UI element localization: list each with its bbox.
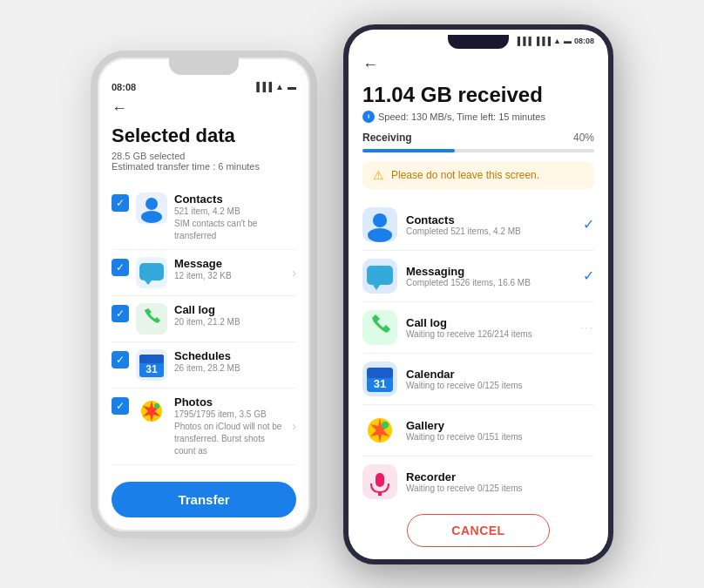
svg-rect-2 xyxy=(139,263,164,280)
contacts-info: Contacts 521 item, 4.2 MBSIM contacts ca… xyxy=(174,193,296,242)
android-gallery-name: Gallery xyxy=(406,419,594,432)
list-item: Contacts 521 item, 4.2 MBSIM contacts ca… xyxy=(112,186,296,250)
android-back-button[interactable]: ← xyxy=(362,56,594,74)
progress-bar-fill xyxy=(362,149,455,152)
list-item: Recorder Waiting to receive 0/125 items xyxy=(362,456,594,505)
photos-checkbox[interactable] xyxy=(112,397,129,415)
schedules-info: Schedules 26 item, 28.2 MB xyxy=(174,349,296,375)
svg-text:31: 31 xyxy=(146,363,158,375)
page-title: Selected data xyxy=(112,125,296,147)
android-page-title: 11.04 GB received xyxy=(362,83,594,107)
calllog-icon xyxy=(136,303,167,335)
svg-point-8 xyxy=(154,403,159,409)
data-list: Contacts 521 item, 4.2 MBSIM contacts ca… xyxy=(112,186,296,471)
list-item: Messaging Completed 1526 items, 16.6 MB … xyxy=(362,251,594,302)
messaging-done-icon: ✓ xyxy=(583,267,594,284)
iphone-time: 08:08 xyxy=(112,82,136,92)
svg-point-1 xyxy=(141,211,162,223)
message-detail: 12 item, 32 KB xyxy=(174,270,285,282)
signal-icon: ▐▐▐ xyxy=(254,82,272,91)
android-gallery-info: Gallery Waiting to receive 0/151 items xyxy=(406,419,594,442)
android-recorder-icon xyxy=(362,464,397,499)
photos-info: Photos 1795/1795 item, 3.5 GBPhotos on i… xyxy=(174,395,285,457)
photos-name: Photos xyxy=(174,395,285,409)
android-calllog-icon xyxy=(362,310,397,345)
schedules-icon: 31 xyxy=(136,349,167,381)
android-calllog-info: Call log Waiting to receive 126/214 item… xyxy=(406,316,572,339)
svg-point-10 xyxy=(368,228,392,242)
message-icon xyxy=(136,257,167,288)
android-calendar-name: Calendar xyxy=(406,368,594,381)
android-messaging-info: Messaging Completed 1526 items, 16.6 MB xyxy=(406,265,574,287)
list-item: Photos 1795/1795 item, 3.5 GBPhotos on i… xyxy=(112,389,296,465)
android-messaging-detail: Completed 1526 items, 16.6 MB xyxy=(406,278,574,287)
android-content: ← 11.04 GB received i Speed: 130 MB/s, T… xyxy=(349,49,608,505)
calllog-detail: 20 item, 21.2 MB xyxy=(174,316,296,328)
android-calllog-name: Call log xyxy=(406,316,572,329)
contacts-detail: 521 item, 4.2 MBSIM contacts can't be tr… xyxy=(174,206,296,242)
progress-percent: 40% xyxy=(573,132,594,144)
android-calendar-icon: 31 xyxy=(362,362,397,396)
signal2-icon: ▐▐▐ xyxy=(534,37,551,45)
svg-point-0 xyxy=(146,198,158,210)
selected-info: 28.5 GB selected Estimated transfer time… xyxy=(112,151,296,172)
list-item: 31 Calendar Waiting to receive 0/125 ite… xyxy=(362,354,594,405)
speed-info: i Speed: 130 MB/s, Time left: 15 minutes xyxy=(362,111,594,123)
iphone-status-bar: 08:08 ▐▐▐ ▲ ▬ xyxy=(112,82,296,92)
android-gallery-icon xyxy=(362,413,397,448)
android-messaging-icon xyxy=(362,259,397,294)
signal1-icon: ▐▐▐ xyxy=(515,37,531,45)
android-notch xyxy=(448,35,509,49)
svg-rect-11 xyxy=(367,266,393,285)
svg-marker-3 xyxy=(145,280,152,285)
speed-icon: i xyxy=(362,111,375,123)
progress-bar-background xyxy=(362,149,594,152)
battery-icon: ▬ xyxy=(288,82,296,91)
svg-rect-5 xyxy=(139,355,164,363)
list-item: Message 12 item, 32 KB › xyxy=(112,250,296,296)
android-recorder-detail: Waiting to receive 0/125 items xyxy=(406,483,594,493)
progress-label: Receiving xyxy=(362,132,412,144)
progress-row: Receiving 40% xyxy=(362,132,594,144)
list-item: Gallery Waiting to receive 0/151 items xyxy=(362,405,594,456)
android-contacts-detail: Completed 521 items, 4.2 MB xyxy=(406,226,574,236)
android-messaging-name: Messaging xyxy=(406,265,574,278)
android-recorder-name: Recorder xyxy=(406,470,594,483)
contacts-done-icon: ✓ xyxy=(583,216,594,233)
cancel-button[interactable]: CANCEL xyxy=(407,514,549,547)
photos-detail: 1795/1795 item, 3.5 GBPhotos on iCloud w… xyxy=(174,409,285,457)
schedules-detail: 26 item, 28.2 MB xyxy=(174,362,296,375)
android-contacts-icon xyxy=(362,207,397,242)
android-clock: 08:08 xyxy=(574,37,594,45)
svg-text:31: 31 xyxy=(374,377,386,390)
warning-text: Please do not leave this screen. xyxy=(391,169,539,181)
calllog-info: Call log 20 item, 21.2 MB xyxy=(174,303,296,328)
android-gallery-detail: Waiting to receive 0/151 items xyxy=(406,432,594,442)
battery2-icon: ▬ xyxy=(564,37,572,45)
message-info: Message 12 item, 32 KB xyxy=(174,257,285,282)
list-item: Call log Waiting to receive 126/214 item… xyxy=(362,302,594,354)
android-contacts-info: Contacts Completed 521 items, 4.2 MB xyxy=(406,213,574,236)
calllog-checkbox[interactable] xyxy=(112,305,129,322)
android-recorder-info: Recorder Waiting to receive 0/125 items xyxy=(406,470,594,493)
svg-point-17 xyxy=(382,422,389,429)
calllog-name: Call log xyxy=(174,303,296,316)
back-button[interactable]: ← xyxy=(112,99,296,118)
schedules-checkbox[interactable] xyxy=(112,351,129,368)
contacts-name: Contacts xyxy=(174,193,296,206)
android-data-list: Contacts Completed 521 items, 4.2 MB ✓ M… xyxy=(362,199,594,505)
android-calendar-detail: Waiting to receive 0/125 items xyxy=(406,381,594,390)
calllog-waiting-icon: ··· xyxy=(580,321,594,334)
android-calllog-detail: Waiting to receive 126/214 items xyxy=(406,329,572,339)
transfer-button[interactable]: Transfer xyxy=(112,482,296,517)
wifi-icon: ▲ xyxy=(275,82,284,91)
android-device: ▐▐▐ ▐▐▐ ▲ ▬ 08:08 ← 11.04 GB received i … xyxy=(343,24,613,564)
android-calendar-info: Calendar Waiting to receive 0/125 items xyxy=(406,368,594,390)
warning-box: ⚠ Please do not leave this screen. xyxy=(362,161,594,189)
transfer-time: Estimated transfer time : 6 minutes xyxy=(112,161,260,172)
cancel-area: CANCEL xyxy=(349,505,608,559)
message-arrow: › xyxy=(292,266,296,280)
android-status-icons: ▐▐▐ ▐▐▐ ▲ ▬ 08:08 xyxy=(515,37,594,45)
message-checkbox[interactable] xyxy=(112,259,129,276)
contacts-checkbox[interactable] xyxy=(112,194,129,212)
